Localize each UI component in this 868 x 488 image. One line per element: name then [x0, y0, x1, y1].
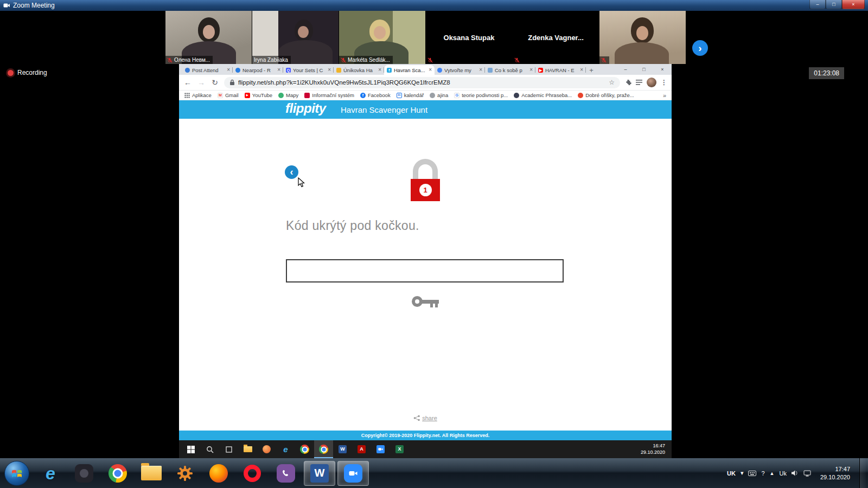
- participant-nametag: Олена Невм...: [165, 56, 213, 64]
- pinned-settings-button[interactable]: [169, 461, 201, 486]
- word-button[interactable]: W: [333, 440, 352, 458]
- key-icon[interactable]: [411, 293, 440, 310]
- extensions-puzzle-icon[interactable]: [625, 79, 631, 86]
- tab-havran-active[interactable]: f Havran Sca... ×: [384, 65, 435, 75]
- next-participants-button[interactable]: ›: [692, 40, 708, 56]
- new-tab-button[interactable]: +: [586, 65, 597, 75]
- language-indicator-secondary[interactable]: Uk: [779, 470, 786, 477]
- participant-tile-olena[interactable]: Олена Невм...: [165, 11, 252, 64]
- bookmark-informacni-system[interactable]: Informační systém: [304, 92, 354, 98]
- pinned-explorer-button[interactable]: [136, 461, 167, 486]
- pinned-firefox-button[interactable]: [203, 461, 234, 486]
- bookmark-star-icon[interactable]: ☆: [609, 79, 615, 86]
- bookmarks-overflow-icon[interactable]: »: [663, 92, 666, 99]
- bookmark-youtube[interactable]: ▶ YouTube: [245, 92, 272, 98]
- start-orb-button[interactable]: [4, 461, 29, 486]
- pinned-viber-button[interactable]: [270, 461, 302, 486]
- show-hidden-icons-arrow[interactable]: ▲: [770, 471, 775, 476]
- tab-close-icon[interactable]: ×: [227, 67, 230, 73]
- flippity-logo[interactable]: flippity: [285, 101, 326, 116]
- maximize-button[interactable]: □: [826, 0, 842, 9]
- pinned-app-button[interactable]: [68, 461, 100, 486]
- host-clock[interactable]: 17:47 29.10.2020: [816, 465, 854, 481]
- network-icon[interactable]: [803, 470, 811, 477]
- mapy-icon: [278, 93, 284, 98]
- tab-close-icon[interactable]: ×: [479, 67, 482, 73]
- chrome-button[interactable]: [295, 440, 314, 458]
- bookmark-academic-phrasebank[interactable]: Academic Phraseba...: [514, 92, 572, 98]
- word-taskbar-button[interactable]: W: [304, 461, 335, 486]
- media-app-button[interactable]: [257, 440, 276, 458]
- muted-mic-icon: [167, 57, 173, 63]
- volume-icon[interactable]: [792, 470, 799, 476]
- participant-tile-marketa[interactable]: Markéta Sedlák...: [339, 11, 426, 64]
- tab-close-icon[interactable]: ×: [378, 67, 381, 73]
- close-button[interactable]: ×: [842, 0, 865, 9]
- search-button[interactable]: [200, 440, 219, 458]
- person-face: [203, 25, 215, 39]
- pinned-chrome-button[interactable]: [102, 461, 133, 486]
- bookmark-label: kalendář: [404, 92, 424, 98]
- reload-icon[interactable]: ↻: [210, 79, 219, 86]
- tab-title: Nearpod - R: [242, 67, 275, 73]
- start-button[interactable]: [181, 440, 200, 458]
- bookmark-gmail[interactable]: M Gmail: [218, 92, 239, 98]
- tab-favicon: Q: [286, 68, 291, 73]
- bookmark-facebook[interactable]: f Facebook: [360, 92, 391, 98]
- keyboard-icon[interactable]: [748, 471, 756, 476]
- bookmark-label: Informační systém: [312, 92, 354, 98]
- participant-tile-kuchynska[interactable]: [599, 11, 686, 64]
- minimize-button[interactable]: –: [809, 0, 826, 9]
- profile-avatar[interactable]: [647, 78, 656, 87]
- bookmark-aplikace[interactable]: Aplikace: [184, 92, 212, 98]
- bookmark-ajina[interactable]: ajina: [430, 92, 448, 98]
- participant-name: Zdenka Vagner...: [513, 11, 599, 64]
- edge-button[interactable]: e: [276, 440, 295, 458]
- bookmark-teorie-podivnosti[interactable]: G teorie podivnosti p...: [454, 92, 508, 98]
- tab-close-icon[interactable]: ×: [277, 67, 280, 73]
- chrome-active-button[interactable]: [314, 440, 333, 458]
- tab-vytvorte[interactable]: Vytvořte my ×: [435, 65, 485, 75]
- file-explorer-button[interactable]: [238, 440, 257, 458]
- shared-screen-clock[interactable]: 16:47 29.10.2020: [641, 443, 669, 455]
- answer-input[interactable]: [286, 259, 564, 282]
- show-desktop-button[interactable]: [859, 458, 866, 488]
- tab-unikovka[interactable]: Únikovka Ha ×: [334, 65, 384, 75]
- language-indicator[interactable]: UK: [727, 470, 736, 477]
- bookmark-label: Facebook: [368, 92, 391, 98]
- zoom-app-button[interactable]: [371, 440, 390, 458]
- tab-nearpod[interactable]: Nearpod - R ×: [233, 65, 283, 75]
- bookmark-dobre-orisky[interactable]: Dobré ořišky, praže...: [578, 92, 634, 98]
- excel-button[interactable]: X: [390, 440, 409, 458]
- tab-close-icon[interactable]: ×: [328, 67, 331, 73]
- browser-maximize-button[interactable]: □: [635, 64, 653, 75]
- participant-tile-oksana[interactable]: Oksana Stupak: [426, 11, 513, 64]
- tab-co-k-sobe[interactable]: Co k sobě p ×: [485, 65, 535, 75]
- forward-icon[interactable]: →: [197, 79, 206, 86]
- pinned-opera-button[interactable]: [237, 461, 268, 486]
- tab-youtube-havran[interactable]: ▶ HAVRAN - E ×: [535, 65, 586, 75]
- tab-close-icon[interactable]: ×: [529, 67, 533, 73]
- bookmark-kalendar[interactable]: 31 kalendář: [397, 92, 424, 98]
- task-view-button[interactable]: [219, 440, 238, 458]
- tab-post-attend[interactable]: Post Attend ×: [182, 65, 233, 75]
- bookmark-mapy[interactable]: Mapy: [278, 92, 298, 98]
- participant-tile-zdenka[interactable]: Zdenka Vagner...: [513, 11, 599, 64]
- zoom-taskbar-button[interactable]: [337, 461, 369, 486]
- address-bar[interactable]: flippity.net/sh.php?k=1i2KUhxk0uVQne9Hw5…: [224, 77, 620, 88]
- language-caret-icon[interactable]: ▾: [741, 470, 744, 477]
- tab-close-icon[interactable]: ×: [429, 67, 432, 73]
- tab-quizlet[interactable]: Q Your Sets | C ×: [283, 65, 334, 75]
- pinned-ie-button[interactable]: e: [35, 461, 66, 486]
- participant-tile-iryna[interactable]: Iryna Zabiiaka: [252, 11, 339, 64]
- reading-list-icon[interactable]: [636, 80, 642, 85]
- browser-menu-icon[interactable]: ⋮: [661, 79, 667, 86]
- acrobat-button[interactable]: A: [352, 440, 371, 458]
- tab-close-icon[interactable]: ×: [580, 67, 583, 73]
- share-link[interactable]: share: [179, 415, 672, 421]
- recording-indicator[interactable]: Recording: [8, 69, 47, 76]
- browser-close-button[interactable]: ×: [653, 64, 672, 75]
- help-icon[interactable]: ?: [761, 470, 764, 477]
- back-icon[interactable]: ←: [183, 79, 192, 86]
- browser-minimize-button[interactable]: –: [616, 64, 635, 75]
